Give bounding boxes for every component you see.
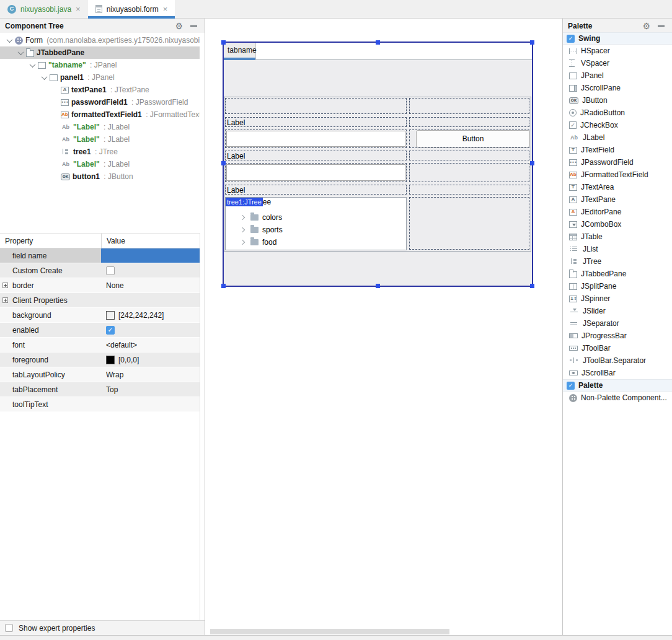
- palette-item[interactable]: JSlider: [563, 305, 672, 317]
- palette-item[interactable]: JEditorPane: [563, 206, 672, 218]
- group-checkbox[interactable]: [567, 382, 575, 390]
- component-tree-node[interactable]: passwordField1 : JPasswordField: [0, 96, 200, 108]
- palette-item[interactable]: JToolBar: [563, 342, 672, 354]
- palette-item[interactable]: HSpacer: [563, 45, 672, 57]
- selection-handle[interactable]: [530, 284, 534, 288]
- palette-item[interactable]: JTextArea: [563, 181, 672, 193]
- jtree-root-node[interactable]: tree1:JTree ee: [226, 198, 271, 206]
- property-value-cell[interactable]: [101, 293, 200, 307]
- palette-item[interactable]: JPasswordField: [563, 156, 672, 169]
- property-value-cell[interactable]: Top: [101, 382, 200, 397]
- editor-tab-form[interactable]: nixuyasobi.form: [88, 0, 175, 18]
- component-tree-node[interactable]: panel1 : JPanel: [0, 71, 200, 84]
- chevron-right-icon[interactable]: [241, 216, 247, 219]
- gear-icon[interactable]: [642, 22, 650, 30]
- palette-item[interactable]: JPanel: [563, 69, 672, 82]
- hide-panel-icon[interactable]: [190, 25, 197, 27]
- property-value-cell[interactable]: [101, 263, 200, 278]
- palette-item[interactable]: JFormattedTextField: [563, 169, 672, 181]
- palette-item[interactable]: JCheckBox: [563, 119, 672, 131]
- selection-handle[interactable]: [376, 40, 380, 45]
- checkbox[interactable]: [106, 266, 115, 275]
- property-row[interactable]: background [242,242,242]: [0, 308, 200, 323]
- component-tree-node[interactable]: "Label" : JLabel: [0, 121, 200, 133]
- form-designer-canvas[interactable]: tabname Label Label: [205, 19, 563, 635]
- chevron-down-icon[interactable]: [4, 38, 15, 43]
- grid-cell[interactable]: [409, 98, 529, 114]
- jtree-item[interactable]: food: [226, 236, 406, 248]
- chevron-down-icon[interactable]: [27, 63, 38, 68]
- palette-item[interactable]: JComboBox: [563, 218, 672, 230]
- button-preview[interactable]: Button: [416, 130, 530, 147]
- label-preview[interactable]: Label: [225, 185, 407, 195]
- chevron-right-icon[interactable]: [241, 228, 247, 232]
- horizontal-scrollbar[interactable]: [210, 629, 449, 634]
- label-preview[interactable]: Label: [225, 151, 407, 160]
- property-row[interactable]: Client Properties: [0, 293, 200, 308]
- component-tree-node[interactable]: "Label" : JLabel: [0, 133, 200, 146]
- palette-item[interactable]: JProgressBar: [563, 330, 672, 342]
- expand-icon[interactable]: [2, 297, 8, 303]
- grid-cell[interactable]: [409, 185, 529, 195]
- passwordfield-preview[interactable]: [226, 164, 405, 181]
- property-row[interactable]: Custom Create: [0, 263, 200, 278]
- palette-item[interactable]: Palette: [563, 379, 672, 392]
- hide-panel-icon[interactable]: [658, 25, 665, 27]
- component-tree-node[interactable]: tree1 : JTree: [0, 146, 200, 158]
- palette-item[interactable]: Non-Palette Component...: [563, 392, 672, 404]
- palette-item[interactable]: JRadioButton: [563, 107, 672, 119]
- component-tree-node[interactable]: button1 : JButton: [0, 170, 200, 183]
- palette-item[interactable]: JSpinner: [563, 292, 672, 305]
- palette-item[interactable]: JToolBar.Separator: [563, 354, 672, 367]
- grid-cell[interactable]: [225, 98, 407, 114]
- designer-tab-content[interactable]: Label Label Label: [224, 60, 532, 286]
- property-row[interactable]: font <default>: [0, 338, 200, 353]
- property-row[interactable]: enabled: [0, 323, 200, 338]
- textfield-preview[interactable]: [226, 131, 405, 147]
- jtree-item[interactable]: sports: [226, 224, 406, 236]
- palette-item[interactable]: JTabbedPane: [563, 268, 672, 280]
- property-row[interactable]: border None: [0, 278, 200, 293]
- property-value-cell[interactable]: [101, 323, 200, 337]
- property-row[interactable]: tabLayoutPolicy Wrap: [0, 367, 200, 382]
- component-tree-node[interactable]: "Label" : JLabel: [0, 158, 200, 170]
- grid-cell[interactable]: [409, 151, 529, 160]
- editor-tab-java[interactable]: nixuyasobi.java: [0, 0, 88, 18]
- selection-handle[interactable]: [530, 161, 534, 165]
- palette-item[interactable]: JSplitPane: [563, 280, 672, 292]
- expand-icon[interactable]: [2, 283, 8, 288]
- palette-item[interactable]: JButton: [563, 94, 672, 107]
- property-value-cell[interactable]: [101, 248, 200, 263]
- jtabbedpane-preview[interactable]: tabname Label Label: [223, 42, 533, 287]
- palette-item[interactable]: JSeparator: [563, 317, 672, 330]
- property-value-cell[interactable]: None: [101, 278, 200, 292]
- checkbox[interactable]: [5, 624, 13, 632]
- grid-cell[interactable]: [409, 117, 529, 127]
- component-tree-node[interactable]: Form (com.nanolaba.expertises.y175026.ni…: [0, 34, 200, 46]
- chevron-down-icon[interactable]: [38, 76, 50, 80]
- panel1-grid[interactable]: Label Label Label: [224, 97, 531, 252]
- palette-item[interactable]: VSpacer: [563, 57, 672, 69]
- palette-item[interactable]: JTextPane: [563, 193, 672, 206]
- component-tree-node[interactable]: "tabname" : JPanel: [0, 59, 200, 71]
- property-row[interactable]: tabPlacement Top: [0, 382, 200, 397]
- palette-item[interactable]: JScrollPane: [563, 82, 672, 94]
- checkbox[interactable]: [106, 326, 115, 335]
- label-preview[interactable]: Label: [225, 117, 407, 127]
- close-tab-icon[interactable]: [76, 5, 81, 13]
- palette-item[interactable]: JTable: [563, 230, 672, 243]
- chevron-right-icon[interactable]: [241, 240, 247, 244]
- group-checkbox[interactable]: [567, 35, 575, 43]
- component-tree-node[interactable]: textPane1 : JTextPane: [0, 84, 200, 96]
- jtree-preview[interactable]: tree1:JTree ee colors: [225, 197, 407, 250]
- property-value-cell[interactable]: [0,0,0]: [101, 353, 200, 367]
- palette-item[interactable]: JLabel: [563, 131, 672, 144]
- component-tree-node[interactable]: formattedTextField1 : JFormattedTextFiel…: [0, 108, 200, 121]
- property-value-cell[interactable]: [101, 397, 200, 411]
- grid-cell[interactable]: [409, 163, 529, 182]
- close-tab-icon[interactable]: [163, 5, 168, 13]
- designer-tab[interactable]: tabname: [224, 43, 256, 60]
- property-row[interactable]: toolTipText: [0, 397, 200, 412]
- property-row[interactable]: foreground [0,0,0]: [0, 353, 200, 367]
- palette-item[interactable]: JScrollBar: [563, 367, 672, 379]
